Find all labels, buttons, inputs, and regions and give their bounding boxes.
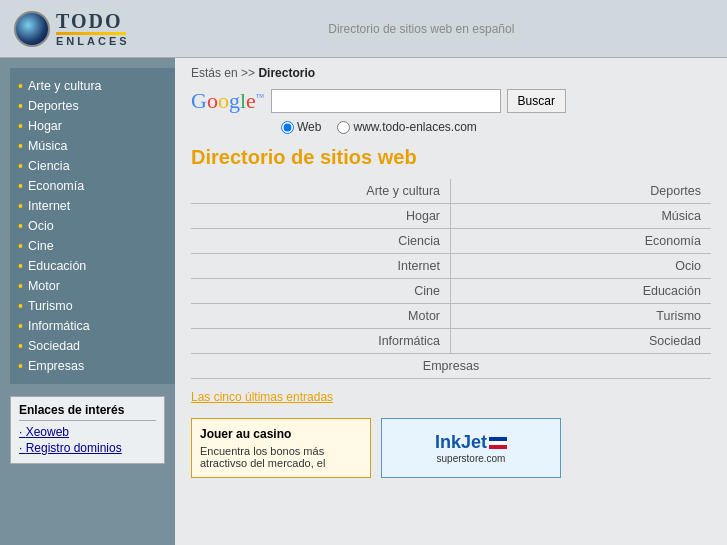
- search-input[interactable]: [271, 89, 501, 113]
- dir-item-ciencia[interactable]: Ciencia: [191, 229, 451, 254]
- sidebar-links-box: Enlaces de interés Xeoweb Registro domin…: [10, 396, 165, 464]
- sidebar: Arte y cultura Deportes Hogar Música Cie…: [0, 58, 175, 545]
- dir-item-motor[interactable]: Motor: [191, 304, 451, 329]
- dir-item-internet[interactable]: Internet: [191, 254, 451, 279]
- breadcrumb-current: Directorio: [258, 66, 315, 80]
- dir-item-economia[interactable]: Economía: [451, 229, 711, 254]
- sidebar-item-economia[interactable]: Economía: [18, 176, 175, 196]
- header-tagline: Directorio de sitios web en español: [130, 22, 713, 36]
- dir-item-ocio[interactable]: Ocio: [451, 254, 711, 279]
- sidebar-item-educacion[interactable]: Educación: [18, 256, 175, 276]
- dir-item-informatica[interactable]: Informática: [191, 329, 451, 354]
- sidebar-link-xeoweb[interactable]: Xeoweb: [19, 425, 156, 439]
- search-button[interactable]: Buscar: [507, 89, 566, 113]
- search-radio-row: Web www.todo-enlaces.com: [281, 120, 711, 134]
- dir-item-cine[interactable]: Cine: [191, 279, 451, 304]
- sidebar-item-empresas[interactable]: Empresas: [18, 356, 175, 376]
- sidebar-item-arte[interactable]: Arte y cultura: [18, 76, 175, 96]
- sidebar-nav: Arte y cultura Deportes Hogar Música Cie…: [10, 68, 175, 384]
- dir-item-deportes[interactable]: Deportes: [451, 179, 711, 204]
- google-logo: Google™: [191, 88, 265, 114]
- dir-item-hogar[interactable]: Hogar: [191, 204, 451, 229]
- inkjet-subtitle: superstore.com: [435, 453, 507, 464]
- breadcrumb: Estás en >> Directorio: [191, 66, 711, 80]
- logo-text: TODO ENLACES: [56, 11, 130, 47]
- inkjet-flag-icon: [489, 437, 507, 449]
- dir-item-arte[interactable]: Arte y cultura: [191, 179, 451, 204]
- dir-item-musica[interactable]: Música: [451, 204, 711, 229]
- last-entries-link[interactable]: Las cinco últimas entradas: [191, 390, 333, 404]
- inkjet-title: InkJet: [435, 432, 507, 453]
- banner-inkjet[interactable]: InkJet superstore.com: [381, 418, 561, 478]
- sidebar-item-cine[interactable]: Cine: [18, 236, 175, 256]
- dir-item-educacion[interactable]: Educación: [451, 279, 711, 304]
- search-box: Google™ Buscar: [191, 88, 711, 114]
- inkjet-title-text: InkJet: [435, 432, 487, 452]
- sidebar-item-sociedad[interactable]: Sociedad: [18, 336, 175, 356]
- inkjet-content: InkJet superstore.com: [435, 432, 507, 464]
- sidebar-links-title: Enlaces de interés: [19, 403, 156, 421]
- radio-site-text: www.todo-enlaces.com: [353, 120, 476, 134]
- main-layout: Arte y cultura Deportes Hogar Música Cie…: [0, 58, 727, 545]
- radio-web-input[interactable]: [281, 121, 294, 134]
- logo-todo-text: TODO: [56, 11, 123, 31]
- sidebar-item-ocio[interactable]: Ocio: [18, 216, 175, 236]
- sidebar-item-deportes[interactable]: Deportes: [18, 96, 175, 116]
- radio-site-input[interactable]: [337, 121, 350, 134]
- logo-enlaces-text: ENLACES: [56, 35, 130, 47]
- sidebar-item-turismo[interactable]: Turismo: [18, 296, 175, 316]
- sidebar-item-ciencia[interactable]: Ciencia: [18, 156, 175, 176]
- directory-grid: Arte y cultura Deportes Hogar Música Cie…: [191, 179, 711, 379]
- radio-web-label[interactable]: Web: [281, 120, 321, 134]
- directory-title: Directorio de sitios web: [191, 146, 711, 169]
- sidebar-item-informatica[interactable]: Informática: [18, 316, 175, 336]
- breadcrumb-prefix: Estás en >>: [191, 66, 258, 80]
- radio-site-label[interactable]: www.todo-enlaces.com: [337, 120, 476, 134]
- sidebar-item-internet[interactable]: Internet: [18, 196, 175, 216]
- banners-row: Jouer au casino Encuentra los bonos más …: [191, 418, 711, 478]
- dir-item-empresas[interactable]: Empresas: [191, 354, 711, 379]
- sidebar-item-hogar[interactable]: Hogar: [18, 116, 175, 136]
- sidebar-nav-list: Arte y cultura Deportes Hogar Música Cie…: [18, 76, 175, 376]
- banner-casino: Jouer au casino Encuentra los bonos más …: [191, 418, 371, 478]
- radio-web-text: Web: [297, 120, 321, 134]
- site-header: TODO ENLACES Directorio de sitios web en…: [0, 0, 727, 58]
- logo-globe: [14, 11, 50, 47]
- content-area: Estás en >> Directorio Google™ Buscar We…: [175, 58, 727, 545]
- banner-casino-text: Encuentra los bonos más atractivso del m…: [200, 445, 362, 469]
- dir-item-turismo[interactable]: Turismo: [451, 304, 711, 329]
- dir-item-sociedad[interactable]: Sociedad: [451, 329, 711, 354]
- sidebar-item-motor[interactable]: Motor: [18, 276, 175, 296]
- banner-casino-title: Jouer au casino: [200, 427, 362, 441]
- sidebar-item-musica[interactable]: Música: [18, 136, 175, 156]
- sidebar-link-registro[interactable]: Registro dominios: [19, 441, 156, 455]
